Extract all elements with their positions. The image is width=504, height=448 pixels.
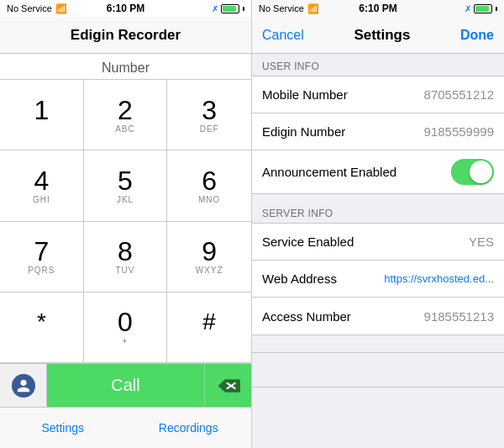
no-service-label-left: No Service: [7, 3, 52, 13]
dialer-key-6[interactable]: 6 MNO: [167, 150, 251, 221]
time-left: 6:10 PM: [107, 3, 144, 14]
status-bar-right: No Service 📶 6:10 PM ✗: [252, 0, 504, 17]
spacer: [252, 335, 504, 352]
digit-4: 4: [34, 167, 49, 194]
settings-row-mobile-number: Mobile Number 8705551212: [252, 76, 504, 113]
web-address-label: Web Address: [262, 271, 337, 286]
sub-star: [39, 335, 43, 344]
digit-3: 3: [202, 97, 217, 124]
settings-row-access-number: Access Number 9185551213: [252, 298, 504, 335]
delete-button[interactable]: [204, 364, 251, 408]
section-header-user-info: USER INFO: [252, 54, 504, 76]
tab-recordings-label: Recordings: [159, 421, 218, 435]
right-panel: No Service 📶 6:10 PM ✗ Cancel Settings D…: [252, 0, 504, 448]
dialer-key-4[interactable]: 4 GHI: [0, 150, 84, 221]
app-title: Edigin Recorder: [71, 27, 181, 44]
sub-5: JKL: [117, 195, 134, 204]
mobile-number-value: 8705551212: [424, 87, 494, 102]
sub-1: [39, 124, 43, 134]
number-label: Number: [0, 54, 251, 79]
battery-tip-right: [496, 7, 497, 11]
digit-7: 7: [34, 238, 49, 265]
right-status-right: ✗: [465, 4, 497, 13]
announcement-label: Announcement Enabled: [262, 165, 396, 179]
dialer-key-star[interactable]: *: [0, 293, 84, 363]
settings-row-announcement: Announcement Enabled: [252, 150, 504, 193]
spacer-2: [252, 353, 504, 387]
edigin-number-label: Edigin Number: [262, 124, 345, 139]
settings-group-user-info: Mobile Number 8705551212 Edigin Number 9…: [252, 76, 504, 194]
dialer-key-1[interactable]: 1: [0, 80, 84, 150]
sub-6: MNO: [198, 195, 220, 204]
mobile-number-label: Mobile Number: [262, 87, 348, 102]
dialer-key-5[interactable]: 5 JKL: [84, 150, 168, 221]
dialer-key-hash[interactable]: #: [167, 293, 251, 363]
access-number-value: 9185551213: [424, 309, 494, 324]
battery-icon-left: [221, 4, 239, 13]
settings-row-edigin-number: Edigin Number 9185559999: [252, 113, 504, 150]
status-bar-left: No Service 📶 6:10 PM ✗: [0, 0, 251, 17]
bottom-tabs-left: Settings Recordings: [0, 407, 251, 448]
time-right: 6:10 PM: [359, 3, 396, 14]
sub-9: WXYZ: [196, 266, 223, 275]
left-status-info: No Service 📶: [7, 3, 67, 14]
tab-recordings[interactable]: Recordings: [126, 408, 252, 448]
announcement-toggle[interactable]: [451, 159, 494, 185]
tab-settings-left[interactable]: Settings: [0, 408, 126, 448]
right-status-info-left: ✗: [212, 4, 244, 13]
dialer-key-7[interactable]: 7 PQRS: [0, 222, 84, 293]
digit-2: 2: [118, 97, 133, 124]
digit-9: 9: [202, 238, 217, 265]
tab-settings-label: Settings: [41, 421, 84, 435]
left-panel: No Service 📶 6:10 PM ✗ Edigin Recorder N…: [0, 0, 252, 448]
sub-0: +: [123, 336, 129, 345]
settings-row-service-enabled: Service Enabled YES: [252, 224, 504, 261]
service-enabled-label: Service Enabled: [262, 235, 354, 249]
done-button[interactable]: Done: [460, 28, 494, 43]
dialer-key-0[interactable]: 0 +: [84, 293, 168, 363]
dialer-key-2[interactable]: 2 ABC: [84, 80, 168, 150]
settings-content: USER INFO Mobile Number 8705551212 Edigi…: [252, 54, 504, 448]
digit-hash: #: [202, 310, 216, 334]
access-number-label: Access Number: [262, 309, 351, 324]
cancel-button[interactable]: Cancel: [262, 28, 304, 43]
divider-2: [252, 387, 504, 387]
digit-6: 6: [202, 167, 217, 194]
app-title-bar: Edigin Recorder: [0, 17, 251, 54]
digit-5: 5: [118, 167, 133, 194]
settings-group-server-info: Service Enabled YES Web Address https://…: [252, 223, 504, 335]
toggle-knob: [470, 161, 492, 183]
digit-8: 8: [118, 238, 133, 265]
sub-7: PQRS: [28, 266, 55, 275]
digit-star: *: [37, 310, 46, 334]
digit-1: 1: [34, 97, 49, 124]
settings-title: Settings: [354, 27, 410, 44]
wifi-icon-right: 📶: [307, 3, 319, 14]
battery-tip-left: [243, 7, 244, 11]
service-enabled-value: YES: [469, 235, 494, 249]
sub-hash: [207, 335, 211, 344]
call-label: Call: [111, 376, 139, 395]
digit-0: 0: [118, 308, 133, 335]
bt-icon-left: ✗: [212, 4, 218, 13]
dialer-key-9[interactable]: 9 WXYZ: [167, 222, 251, 293]
contact-icon: [12, 374, 35, 398]
edigin-number-value: 9185559999: [424, 124, 494, 139]
settings-row-web-address: Web Address https://svrxhosted.ed...: [252, 261, 504, 298]
settings-nav: Cancel Settings Done: [252, 17, 504, 54]
contact-button[interactable]: [0, 364, 47, 408]
delete-icon: [217, 377, 240, 394]
dialer-key-3[interactable]: 3 DEF: [167, 80, 251, 150]
sub-4: GHI: [33, 195, 50, 204]
dialer-key-8[interactable]: 8 TUV: [84, 222, 168, 293]
sub-8: TUV: [115, 266, 134, 275]
sub-3: DEF: [200, 124, 219, 134]
section-header-server-info: SERVER INFO: [252, 201, 504, 223]
web-address-value: https://svrxhosted.ed...: [384, 272, 494, 285]
right-status-left: No Service 📶: [259, 3, 319, 14]
no-service-label-right: No Service: [259, 3, 304, 13]
call-button[interactable]: Call: [47, 364, 204, 408]
sub-2: ABC: [115, 124, 135, 134]
bottom-action-bar: Call: [0, 363, 251, 407]
battery-icon-right: [474, 4, 492, 13]
